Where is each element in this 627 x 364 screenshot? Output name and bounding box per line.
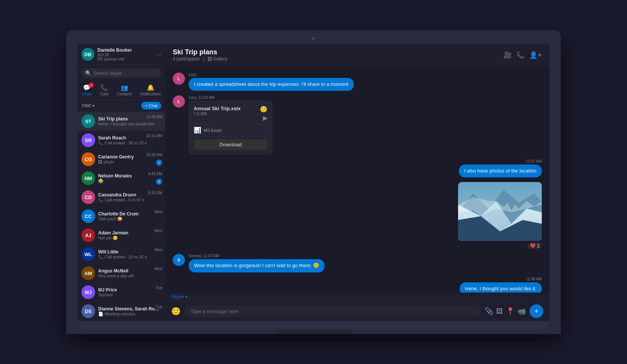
reaction-count: 1 (537, 243, 539, 248)
chat-preview-ski-trip: Hehe, I thought you would like (98, 122, 161, 126)
msg-bubble-lucy-1: I created a spreadsheet about the trip e… (189, 78, 354, 91)
chat-item-carianne-gentry[interactable]: CG Carianne Gentry 🖼 photo 10:30 AM 1 (78, 150, 165, 169)
add-participant-button[interactable]: 👤+ (529, 51, 542, 59)
chat-preview-nelson-morales: 😂 (98, 179, 161, 184)
laptop-base (78, 321, 549, 329)
chevron-down-icon: ▾ (185, 294, 188, 299)
download-button[interactable]: Download (194, 139, 267, 150)
chat-item-angus-mcneil[interactable]: AM Angus McNeil You need a day off! Wed (78, 264, 165, 283)
input-actions: 📎 🖼 📍 📹 (485, 307, 526, 315)
chat-item-dianne-stevens[interactable]: DS Dianne Stevens, Sarah Roach 📄 Meeting… (78, 302, 165, 321)
chat-preview-dianne-stevens: 📄 Meeting minutes (98, 312, 161, 317)
file-name: Annual Ski Trip.xslx 7,6 MB (194, 106, 241, 122)
nav-tabs: 💬 Chats 2 📞 Calls 👥 Contacts 🔔 Notificat… (78, 81, 165, 100)
chat-preview-charlotte-de-crum: Told you!! 😜 (98, 217, 161, 222)
audio-call-button[interactable]: 📞 (516, 51, 525, 59)
message-row-photo: ❤️ 1 (173, 182, 542, 249)
skype-tag[interactable]: Skype ▾ (171, 294, 543, 299)
tab-contacts-label: Contacts (117, 92, 132, 96)
chat-list: ST Ski Trip plans Hehe, I thought you wo… (78, 112, 165, 321)
tab-notifications-label: Notifications (140, 92, 161, 96)
chat-info-mj-price: MJ Price Teehee! (98, 287, 161, 297)
tab-notifications[interactable]: 🔔 Notifications (137, 82, 164, 98)
chat-item-nelson-morales[interactable]: NM Nelson Morales 😂 9:42 AM 4 (78, 169, 165, 188)
tab-chats[interactable]: 💬 Chats 2 (79, 82, 95, 98)
image-button[interactable]: 🖼 (496, 307, 503, 315)
chat-avatar-adam-jarman: AJ (81, 228, 95, 242)
chevron-down-icon: ▾ (92, 103, 95, 108)
chat-item-cassandra-drunn[interactable]: CD Cassandra Drunn 📞 Call ended - 5 m 47… (78, 188, 165, 207)
chat-info-will-little: Will Little 📞 Call ended - 10 m 32 s (98, 249, 161, 260)
reaction-row: ❤️ 1 (458, 242, 542, 249)
chats-badge: 2 (89, 82, 94, 88)
location-button[interactable]: 📍 (506, 307, 514, 315)
tab-chats-label: Chats (82, 92, 92, 96)
chat-time-sarah-roach: 10:31 AM (146, 134, 162, 138)
chat-avatar-carianne-gentry: CG (81, 152, 95, 166)
gallery-label[interactable]: 🖼 Gallery (207, 56, 228, 62)
calls-icon: 📞 (100, 84, 108, 91)
video-call-button[interactable]: 🎥 (503, 51, 512, 59)
avatar: DB (81, 48, 94, 61)
chat-info-adam-jarman: Adam Jarman Not yet 😏 (98, 230, 161, 241)
profile-balance: $13.26 (97, 53, 153, 57)
message-row-right-1: 11:07 AM I also have photos of the locat… (173, 159, 542, 177)
skype-label: Skype (171, 294, 184, 299)
file-card-header: Annual Ski Trip.xslx 7,6 MB 🙂 ▶ (194, 106, 267, 122)
chat-name-mj-price: MJ Price (98, 287, 161, 293)
participants-count: 4 participants (173, 56, 200, 62)
chat-item-adam-jarman[interactable]: AJ Adam Jarman Not yet 😏 Wed (78, 226, 165, 245)
msg-content-serena: Serena, 11:07 AM Wow this location is go… (189, 254, 325, 272)
chat-avatar-charlotte-de-crum: CC (81, 209, 95, 223)
chat-item-suki-beach[interactable]: SB Suki Beach 📞 Call ended - 27 m 29 s T… (78, 321, 165, 321)
photo-message[interactable] (458, 182, 542, 241)
message-input[interactable] (185, 305, 481, 317)
emoji-react-icon[interactable]: 🙂 (260, 106, 267, 113)
file-type: 📊 MS Excel (194, 124, 267, 136)
video-button[interactable]: 📹 (517, 307, 526, 315)
chat-preview-cassandra-drunn: 📞 Call ended - 5 m 47 s (98, 198, 161, 203)
search-input[interactable] (94, 71, 158, 76)
chat-item-mj-price[interactable]: MJ MJ Price Teehee! Tue (78, 283, 165, 302)
chat-preview-carianne-gentry: 🖼 photo (98, 160, 161, 164)
main-chat: Ski Trip plans 4 participants | 🖼 Galler… (165, 44, 549, 321)
chat-time-dianne-stevens: Tue (156, 305, 162, 309)
msg-bubble-right-hehe: Hehe, I thought you would like it. (460, 282, 542, 293)
time-filter[interactable]: TIME ▾ (81, 103, 95, 108)
msg-content-right-1: 11:07 AM I also have photos of the locat… (459, 159, 542, 177)
messages-area: L Lucy I created a spreadsheet about the… (165, 66, 549, 293)
profile-name: Danielle Booker (97, 47, 153, 53)
tab-calls[interactable]: 📞 Calls (97, 82, 111, 98)
forward-icon[interactable]: ▶ (263, 114, 267, 122)
chat-avatar-cassandra-drunn: CD (81, 190, 95, 204)
tab-contacts[interactable]: 👥 Contacts (114, 82, 135, 98)
message-row-lucy-file: L Lucy, 11:00 AM Annual Ski Trip.xslx 7,… (173, 95, 542, 155)
chat-time-cassandra-drunn: 9:42 AM (148, 191, 162, 195)
avatar-initials: DB (84, 52, 92, 57)
search-bar[interactable]: 🔍 (81, 68, 161, 78)
chat-preview-will-little: 📞 Call ended - 10 m 32 s (98, 255, 161, 260)
chat-time-angus-mcneil: Wed (154, 267, 162, 271)
chat-item-will-little[interactable]: WL Will Little 📞 Call ended - 10 m 32 s … (78, 245, 165, 264)
attach-button[interactable]: 📎 (485, 307, 493, 315)
divider: | (203, 56, 204, 62)
chat-item-ski-trip[interactable]: ST Ski Trip plans Hehe, I thought you wo… (78, 112, 165, 131)
new-chat-button[interactable]: + Chat (141, 102, 161, 109)
emoji-button[interactable]: 🙂 (171, 307, 181, 316)
send-button[interactable]: + (530, 304, 543, 318)
mountain-photo-svg (458, 182, 542, 241)
msg-time-right-hehe: 11:08 AM (460, 277, 542, 281)
unread-badge-carianne: 1 (156, 160, 162, 166)
chat-item-sarah-roach[interactable]: SR Sarah Roach 📞 Call ended - 26 m 23 s … (78, 131, 165, 150)
message-row-right-hehe: 11:08 AM Hehe, I thought you would like … (173, 277, 542, 293)
chat-list-header: TIME ▾ + Chat (78, 100, 165, 112)
chat-name-charlotte-de-crum: Charlotte De Crum (98, 211, 161, 217)
profile-more-button[interactable]: ··· (156, 51, 161, 59)
contacts-icon: 👥 (121, 84, 128, 91)
chat-info-dianne-stevens: Dianne Stevens, Sarah Roach 📄 Meeting mi… (98, 306, 161, 317)
reaction-badge[interactable]: ❤️ 1 (528, 242, 542, 249)
chat-item-charlotte-de-crum[interactable]: CC Charlotte De Crum Told you!! 😜 Wed (78, 207, 165, 226)
chat-title: Ski Trip plans (173, 48, 503, 56)
chat-preview-angus-mcneil: You need a day off! (98, 274, 161, 278)
msg-time-right-1: 11:07 AM (459, 159, 542, 163)
